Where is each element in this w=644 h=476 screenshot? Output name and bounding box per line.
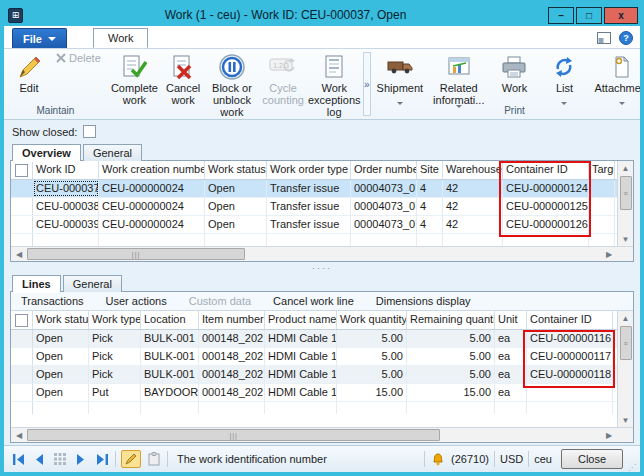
grid-cell[interactable]: 5.00 — [337, 330, 407, 347]
grid-cell[interactable]: Open — [33, 348, 89, 365]
column-header[interactable]: Container ID — [527, 311, 613, 329]
grid-cell[interactable]: Pick — [89, 330, 141, 347]
grid-cell[interactable] — [589, 180, 615, 197]
grid-cell[interactable]: CEU-000037 — [33, 180, 99, 197]
grid-cell[interactable]: Open — [205, 216, 267, 233]
grid-cell[interactable]: Put — [89, 384, 141, 401]
grid-cell[interactable]: 000148_202 — [199, 366, 265, 383]
row-selector[interactable] — [11, 216, 33, 233]
work-exceptions-log-button[interactable]: Work exceptions log — [308, 50, 360, 120]
grid-cell[interactable]: Transfer issue — [267, 198, 351, 215]
row-selector[interactable] — [11, 180, 33, 197]
cancel-work-line-button[interactable]: Cancel work line — [273, 295, 354, 307]
print-work-button[interactable]: Work — [491, 50, 537, 96]
dimensions-display-button[interactable]: Dimensions display — [376, 295, 471, 307]
grid-cell[interactable]: CEU-000038 — [33, 198, 99, 215]
grid-cell[interactable]: 00004073_078 — [351, 216, 417, 233]
grid-cell[interactable]: CEU-000000024 — [99, 180, 205, 197]
grid-cell[interactable]: HDMI Cable 12' — [265, 366, 337, 383]
attachments-dropdown-icon[interactable] — [619, 102, 625, 116]
row-selector[interactable] — [11, 366, 33, 383]
upper-vertical-scrollbar[interactable]: ▲ ≡ ▼ — [617, 161, 633, 246]
scroll-right-icon[interactable]: ▶ — [601, 247, 617, 261]
grid-cell[interactable]: CEU-000000116 — [527, 330, 613, 347]
column-header[interactable]: Work order type — [267, 161, 351, 179]
list-button[interactable]: List — [541, 50, 587, 96]
grid-cell[interactable]: 42 — [443, 216, 503, 233]
grid-cell[interactable]: ea — [495, 384, 527, 401]
grid-cell[interactable]: CEU-000000124 — [503, 180, 589, 197]
grid-cell[interactable]: 000148_202 — [199, 348, 265, 365]
user-actions-button[interactable]: User actions — [106, 295, 167, 307]
grid-cell[interactable]: 4 — [417, 180, 443, 197]
table-row[interactable]: CEU-000038CEU-000000024OpenTransfer issu… — [11, 198, 617, 216]
grid-cell[interactable]: 42 — [443, 198, 503, 215]
table-row[interactable]: OpenPutBAYDOOR000148_202HDMI Cable 12'15… — [11, 384, 617, 402]
grid-cell[interactable]: 00004073_078 — [351, 198, 417, 215]
grid-cell[interactable]: CEU-000000024 — [99, 198, 205, 215]
column-header[interactable]: Remaining quantity — [407, 311, 495, 329]
tab-lines[interactable]: Lines — [12, 275, 61, 292]
column-header[interactable]: Site — [417, 161, 443, 179]
column-header[interactable]: Work type — [89, 311, 141, 329]
currency-indicator[interactable]: USD — [500, 453, 523, 465]
grid-cell[interactable]: Pick — [89, 366, 141, 383]
column-header[interactable]: Work quantity — [337, 311, 407, 329]
edit-mode-icon[interactable] — [121, 450, 141, 468]
alerts-count[interactable]: (26710) — [451, 453, 489, 465]
grid-cell[interactable]: 5.00 — [407, 366, 495, 383]
grid-cell[interactable]: 5.00 — [337, 366, 407, 383]
lower-horizontal-scrollbar[interactable]: ◀ ||| ▶ — [11, 427, 633, 442]
column-header[interactable]: Location — [141, 311, 199, 329]
grid-cell[interactable]: Open — [33, 384, 89, 401]
row-selector[interactable] — [11, 330, 33, 347]
grid-cell[interactable]: 000148_202 — [199, 384, 265, 401]
grid-cell[interactable]: ea — [495, 348, 527, 365]
scrollbar-thumb[interactable]: ≡ — [620, 176, 632, 210]
edit-button[interactable]: Edit — [6, 50, 52, 96]
scroll-down-icon[interactable]: ▼ — [618, 232, 633, 246]
table-row[interactable]: CEU-000039CEU-000000024OpenTransfer issu… — [11, 216, 617, 234]
scrollbar-thumb[interactable]: ≡ — [620, 326, 632, 360]
column-header[interactable]: Product name — [265, 311, 337, 329]
close-button[interactable]: Close — [561, 449, 623, 469]
previous-record-icon[interactable] — [31, 451, 47, 467]
grid-cell[interactable]: 00004073_078 — [351, 180, 417, 197]
tab-general-upper[interactable]: General — [83, 144, 142, 161]
column-header[interactable]: Unit — [495, 311, 527, 329]
grid-cell[interactable]: 15.00 — [337, 384, 407, 401]
list-dropdown-icon[interactable] — [561, 102, 567, 116]
first-record-icon[interactable] — [10, 451, 26, 467]
grid-cell[interactable]: Open — [205, 180, 267, 197]
shipment-button[interactable]: Shipment — [374, 50, 426, 96]
show-closed-checkbox[interactable] — [83, 125, 96, 138]
related-information-button[interactable]: Related informati... — [430, 50, 487, 108]
resize-grip[interactable]: ⋰ — [628, 463, 636, 472]
column-header[interactable]: Work status — [205, 161, 267, 179]
grid-cell[interactable]: ea — [495, 330, 527, 347]
column-header[interactable]: Warehouse — [443, 161, 503, 179]
column-header[interactable]: Item number — [199, 311, 265, 329]
table-row[interactable]: OpenPickBULK-001000148_202HDMI Cable 12'… — [11, 366, 617, 384]
table-row[interactable]: CEU-000037CEU-000000024OpenTransfer issu… — [11, 180, 617, 198]
row-selector[interactable] — [11, 198, 33, 215]
tab-general-lower[interactable]: General — [63, 275, 122, 292]
attachments-button[interactable]: Attachme... — [591, 50, 644, 96]
last-record-icon[interactable] — [94, 451, 110, 467]
file-menu-button[interactable]: File — [12, 28, 67, 48]
grid-cell[interactable]: 42 — [443, 180, 503, 197]
grid-cell[interactable]: CEU-000000118 — [527, 366, 613, 383]
grid-cell[interactable]: HDMI Cable 12' — [265, 384, 337, 401]
grid-cell[interactable]: HDMI Cable 12' — [265, 348, 337, 365]
table-row[interactable]: OpenPickBULK-001000148_202HDMI Cable 12'… — [11, 348, 617, 366]
help-icon[interactable]: ? — [618, 30, 634, 46]
grid-cell[interactable]: 5.00 — [337, 348, 407, 365]
column-header[interactable]: Work status — [33, 311, 89, 329]
block-unblock-button[interactable]: Block or unblock work — [206, 50, 258, 120]
next-record-icon[interactable] — [73, 451, 89, 467]
grid-cell[interactable]: Transfer issue — [267, 180, 351, 197]
grid-cell[interactable] — [589, 216, 615, 233]
row-selector[interactable] — [11, 384, 33, 401]
grid-cell[interactable]: Open — [205, 198, 267, 215]
related-dropdown-icon[interactable] — [456, 105, 462, 119]
